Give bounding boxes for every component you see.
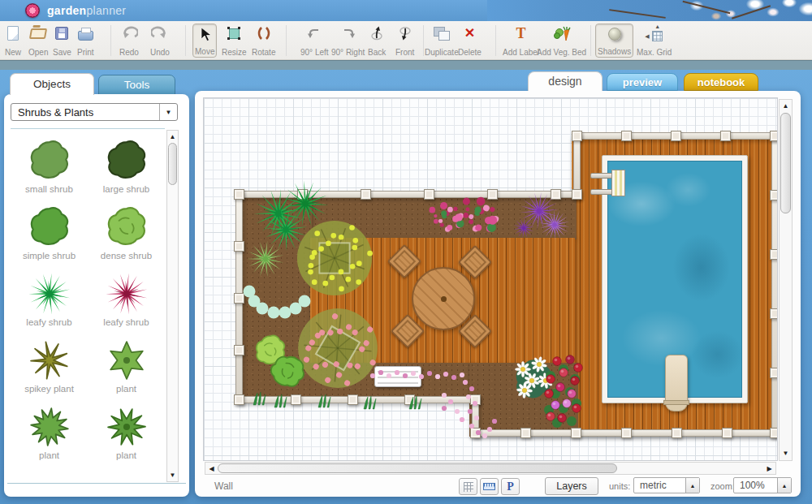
main-toolbar: New Open Save Print Redo Undo Move Resiz… <box>0 21 812 60</box>
new-file-icon <box>7 24 19 42</box>
new-button[interactable]: New <box>3 24 23 58</box>
layers-button[interactable]: Layers <box>545 477 598 495</box>
undo-button[interactable]: Undo <box>149 24 171 58</box>
duplicate-squares-icon <box>434 24 450 42</box>
plant-item-partial-marigold[interactable] <box>88 462 165 479</box>
grass-tuft[interactable] <box>316 394 332 407</box>
wall-post[interactable] <box>621 131 632 141</box>
move-tool-button[interactable]: Move <box>192 24 217 58</box>
wall-post[interactable] <box>722 428 732 438</box>
scrollbar-thumb[interactable] <box>168 143 177 185</box>
wall-post[interactable] <box>770 131 778 141</box>
grass-tuft[interactable] <box>361 396 378 409</box>
plant-item-small-shrub[interactable]: small shrub <box>11 129 88 196</box>
pool-ladder-step[interactable] <box>611 170 625 196</box>
wall-post[interactable] <box>424 189 434 200</box>
wall-post[interactable] <box>572 131 582 141</box>
plant-item-spikey-plant[interactable]: spikey plant <box>11 329 88 395</box>
garden-wall[interactable] <box>573 132 581 198</box>
hscrollbar-thumb[interactable] <box>218 463 617 473</box>
design-canvas[interactable] <box>203 97 778 461</box>
wall-post[interactable] <box>770 190 778 200</box>
plant-item-large-shrub[interactable]: large shrub <box>88 129 165 196</box>
plant-item-plant-star[interactable]: plant <box>11 395 88 462</box>
wall-post[interactable] <box>720 131 731 141</box>
resize-tool-button[interactable]: Resize <box>220 24 248 58</box>
wall-post[interactable] <box>234 394 244 405</box>
add-veg-bed-button[interactable]: Add Veg. Bed <box>535 24 588 58</box>
allium-purple[interactable] <box>535 205 573 243</box>
rotate-tool-button[interactable]: Rotate <box>250 24 277 58</box>
text-label-icon: T <box>516 24 526 42</box>
duplicate-button[interactable]: Duplicate <box>423 24 460 58</box>
wall-post[interactable] <box>234 241 244 252</box>
vscrollbar-thumb[interactable] <box>780 113 791 213</box>
flower-trail[interactable] <box>366 363 504 441</box>
plant-item-dense-shrub[interactable]: dense shrub <box>88 196 165 262</box>
plant-item-plant-6petal[interactable]: plant <box>88 329 165 395</box>
tab-design[interactable]: design <box>528 71 603 91</box>
diving-board[interactable] <box>665 355 688 411</box>
leafy-shrub-red-icon <box>105 272 149 316</box>
tab-notebook[interactable]: notebook <box>684 73 758 91</box>
wall-post[interactable] <box>621 428 632 438</box>
grass-tuft[interactable] <box>272 394 288 407</box>
zoom-select[interactable]: 100% ▲ <box>733 477 792 493</box>
wall-post[interactable] <box>770 308 778 319</box>
light-spikey-plant[interactable] <box>246 239 285 278</box>
garden-table[interactable] <box>412 267 475 330</box>
bring-front-button[interactable]: Front <box>394 24 416 58</box>
sky-photo-banner <box>487 0 812 22</box>
plant-item-leafy-shrub-green[interactable]: leafy shrub <box>11 262 88 329</box>
plant-item-plant-pinwheel[interactable]: plant <box>88 395 165 462</box>
delete-button[interactable]: ✕Delete <box>456 24 483 58</box>
wall-post[interactable] <box>572 189 582 200</box>
open-button[interactable]: Open <box>27 24 50 58</box>
plant-item-simple-shrub[interactable]: simple shrub <box>11 196 88 262</box>
plant-item-partial-sprouts[interactable] <box>11 462 88 479</box>
category-dropdown[interactable]: Shrubs & Plants ▼ <box>11 103 178 121</box>
tab-objects[interactable]: Objects <box>10 73 94 95</box>
save-button[interactable]: Save <box>51 24 73 58</box>
scroll-down-arrow[interactable]: ▼ <box>780 447 792 459</box>
tab-preview[interactable]: preview <box>607 73 678 91</box>
units-select[interactable]: metric ▲ <box>633 477 700 493</box>
grid-toggle-button[interactable] <box>459 478 477 495</box>
canvas-vscrollbar[interactable]: ▲ ▼ <box>779 99 793 461</box>
stepping-stones[interactable] <box>241 282 314 319</box>
category-dropdown-value: Shrubs & Plants <box>11 106 159 118</box>
max-grid-button[interactable]: Max. Grid <box>635 24 673 58</box>
shadows-toggle-button[interactable]: Shadows <box>595 24 633 58</box>
rotate-90-right-button[interactable]: Back90° Right <box>330 24 366 58</box>
garden-wall[interactable] <box>771 132 778 437</box>
open-folder-icon <box>30 24 46 42</box>
redo-button[interactable]: Redo <box>118 24 140 58</box>
scroll-up-arrow[interactable]: ▲ <box>167 131 178 142</box>
wall-post[interactable] <box>672 428 682 438</box>
wall-post[interactable] <box>234 189 244 200</box>
scroll-down-arrow[interactable]: ▼ <box>167 469 178 480</box>
tab-tools[interactable]: Tools <box>98 75 175 95</box>
wall-post[interactable] <box>520 428 531 438</box>
rose-bed[interactable] <box>539 351 585 433</box>
ruler-button[interactable] <box>480 478 499 495</box>
rotate-90-left-button[interactable]: 90° Left <box>299 24 330 58</box>
plan-mode-button[interactable]: P <box>501 478 520 495</box>
wall-post[interactable] <box>361 189 371 200</box>
wall-post[interactable] <box>770 428 778 438</box>
grass-tuft[interactable] <box>407 396 423 409</box>
print-button[interactable]: Print <box>76 24 96 58</box>
send-back-button[interactable]: Back <box>366 24 387 58</box>
scroll-right-arrow[interactable]: ▶ <box>764 463 775 474</box>
wall-post[interactable] <box>770 368 778 378</box>
wall-post[interactable] <box>770 249 778 260</box>
canvas-hscrollbar[interactable]: ◀ ▶ <box>205 462 776 475</box>
scroll-left-arrow[interactable]: ◀ <box>206 463 217 474</box>
grass-tuft[interactable] <box>251 392 267 405</box>
plant-item-leafy-shrub-red[interactable]: leafy shrub <box>88 262 165 329</box>
scroll-up-arrow[interactable]: ▲ <box>780 100 792 112</box>
wall-post[interactable] <box>234 345 244 355</box>
plant-list-scrollbar[interactable]: ▲ ▼ <box>166 130 179 482</box>
wall-post[interactable] <box>671 131 681 141</box>
allium-purple[interactable] <box>512 217 535 239</box>
